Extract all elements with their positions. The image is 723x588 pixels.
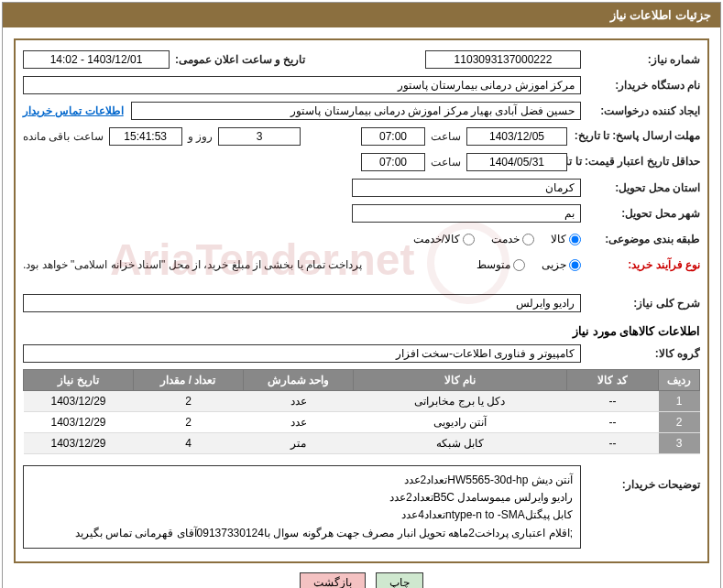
hour-label-1: ساعت — [425, 130, 466, 143]
cell-date: 1403/12/29 — [24, 412, 134, 433]
cell-qty: 2 — [134, 391, 244, 412]
cell-qty: 4 — [134, 433, 244, 454]
summary-value: رادیو وایرلس — [23, 294, 581, 312]
province-label: استان محل تحویل: — [581, 181, 700, 194]
buyer-desc-line-3: کابل پیگتلntype-n to -SMAتعداد4عدد — [31, 506, 573, 524]
th-code: کد کالا — [567, 370, 659, 391]
price-valid-label: حداقل تاریخ اعتبار قیمت: تا تاریخ: — [567, 155, 700, 169]
panel-title: جزئیات اطلاعات نیاز — [3, 3, 720, 27]
announce-date-value: 1403/12/01 - 14:02 — [23, 50, 170, 69]
process-label: نوع فرآیند خرید: — [581, 258, 700, 271]
city-label: شهر محل تحویل: — [581, 207, 700, 220]
back-button[interactable]: بازگشت — [300, 572, 366, 588]
province-value: کرمان — [352, 179, 581, 197]
radio-service[interactable]: خدمت — [491, 233, 534, 245]
category-label: طبقه بندی موضوعی: — [581, 233, 700, 245]
buyer-contact-link[interactable]: اطلاعات تماس خریدار — [23, 104, 124, 117]
buyer-desc-line-1: آنتن دیش HW5565-30d-hpتعداد2عدد — [31, 472, 573, 489]
cell-unit: عدد — [244, 412, 354, 433]
th-row: ردیف — [659, 370, 700, 391]
table-row: 3--کابل شبکهمتر41403/12/29 — [24, 433, 700, 454]
table-row: 2--آنتن رادیوییعدد21403/12/29 — [24, 412, 700, 433]
buyer-org-label: نام دستگاه خریدار: — [581, 79, 700, 92]
days-remaining: 3 — [218, 127, 301, 146]
time-remaining: 15:41:53 — [109, 127, 182, 146]
th-date: تاریخ نیاز — [24, 370, 134, 391]
city-value: بم — [352, 204, 581, 223]
buyer-org-value: مرکز اموزش درمانی بیمارستان پاستور — [23, 76, 581, 94]
need-no-value: 1103093137000222 — [425, 50, 581, 69]
buyer-desc-box: آنتن دیش HW5565-30d-hpتعداد2عدد رادیو وا… — [23, 465, 581, 549]
price-valid-time: 07:00 — [361, 153, 425, 171]
th-name: نام کالا — [354, 370, 567, 391]
reply-deadline-label: مهلت ارسال پاسخ: تا تاریخ: — [567, 129, 700, 144]
cell-code: -- — [567, 412, 659, 433]
cell-name: کابل شبکه — [354, 433, 567, 454]
goods-group-label: گروه کالا: — [581, 347, 700, 360]
days-and-text: روز و — [182, 130, 218, 143]
cell-qty: 2 — [134, 412, 244, 433]
reply-deadline-date: 1403/12/05 — [466, 127, 567, 146]
price-valid-date: 1404/05/31 — [466, 153, 567, 171]
goods-group-value: کامپیوتر و فناوری اطلاعات-سخت افزار — [23, 344, 581, 363]
hour-label-2: ساعت — [425, 156, 466, 169]
reply-deadline-time: 07:00 — [361, 127, 425, 146]
goods-table: ردیف کد کالا نام کالا واحد شمارش تعداد /… — [23, 369, 700, 454]
cell-code: -- — [567, 433, 659, 454]
cell-unit: عدد — [244, 391, 354, 412]
process-note: پرداخت تمام یا بخشی از مبلغ خرید، از محل… — [23, 258, 362, 271]
buyer-desc-label: توضیحات خریدار: — [581, 460, 700, 491]
cell-unit: متر — [244, 433, 354, 454]
summary-label: شرح کلی نیاز: — [581, 297, 700, 310]
goods-info-title: اطلاعات کالاهای مورد نیاز — [23, 324, 700, 338]
radio-goods-service[interactable]: کالا/خدمت — [413, 233, 475, 245]
cell-date: 1403/12/29 — [24, 433, 134, 454]
cell-row: 2 — [659, 412, 700, 433]
table-row: 1--دکل یا برج مخابراتیعدد21403/12/29 — [24, 391, 700, 412]
radio-small[interactable]: جزیی — [542, 258, 581, 271]
requester-label: ایجاد کننده درخواست: — [581, 104, 700, 117]
cell-row: 3 — [659, 433, 700, 454]
cell-name: دکل یا برج مخابراتی — [354, 391, 567, 412]
requester-value: حسین فضل آبادی بهیار مرکز اموزش درمانی ب… — [131, 102, 581, 120]
cell-date: 1403/12/29 — [24, 391, 134, 412]
radio-goods[interactable]: کالا — [551, 233, 581, 245]
buyer-desc-line-4: ;اقلام اعتباری پرداخت2ماهه تحویل انبار م… — [31, 525, 573, 542]
time-remaining-suffix: ساعت باقی مانده — [23, 130, 109, 143]
th-unit: واحد شمارش — [244, 370, 354, 391]
need-no-label: شماره نیاز: — [581, 53, 700, 66]
cell-row: 1 — [659, 391, 700, 412]
announce-date-label: تاریخ و ساعت اعلان عمومی: — [170, 53, 305, 66]
cell-code: -- — [567, 391, 659, 412]
print-button[interactable]: چاپ — [376, 572, 423, 588]
th-qty: تعداد / مقدار — [134, 370, 244, 391]
radio-medium[interactable]: متوسط — [477, 258, 525, 271]
buyer-desc-line-2: رادیو وایرلس میموسامدل B5Cتعداد2عدد — [31, 489, 573, 506]
cell-name: آنتن رادیویی — [354, 412, 567, 433]
